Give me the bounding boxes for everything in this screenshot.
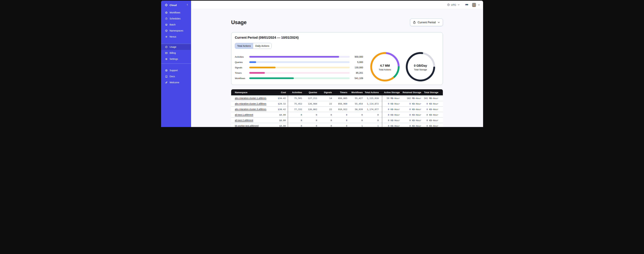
- total-actions-donut: 4.7 MM Total Actions: [370, 52, 400, 82]
- sidebar-item-docs[interactable]: Docs: [161, 74, 191, 80]
- sidebar-item-label: Billing: [170, 52, 176, 54]
- table-row: bk-worker-test.a98mm4 $0.00 0 0 0 0 1 1 …: [231, 123, 443, 127]
- total-storage-donut: 0 GB/Day Total Storage: [406, 52, 435, 82]
- sidebar-item-label: Batch: [170, 23, 176, 26]
- card-title: Current Period (09/01/2024 — 10/01/2024): [235, 36, 298, 40]
- batch-layers-icon: [165, 23, 168, 26]
- sidebar-item-label: Docs: [170, 75, 175, 78]
- sidebar-item-welcome[interactable]: Welcome: [161, 80, 191, 86]
- main-area: UTC: [191, 1, 483, 127]
- billing-card-icon: [165, 52, 168, 54]
- tab-daily-actions[interactable]: Daily Actions: [253, 43, 272, 48]
- brand-row: Cloud: [161, 1, 191, 10]
- avatar-image: [472, 3, 476, 7]
- orbit-logo-icon: [164, 3, 168, 7]
- namespace-usage-table: Namespace Cost Activities Queries Signal…: [231, 89, 443, 127]
- namespace-link[interactable]: abs-migration-cluster-3.a98mm4: [235, 108, 266, 111]
- table-row: a0-test-2.a98mm4 $0.00 0 0 0 0 0 0 0 KB-…: [231, 118, 443, 123]
- bar-row-queries: Queries 5,000: [235, 60, 363, 65]
- table-header: Namespace Cost Activities Queries Signal…: [231, 89, 443, 95]
- sidebar-item-billing[interactable]: Billing: [161, 50, 191, 56]
- sidebar-item-label: Workflows: [170, 11, 180, 14]
- signals-bar: [249, 67, 350, 68]
- nexus-asterisk-icon: [165, 35, 168, 38]
- page-title: Usage: [231, 20, 246, 26]
- chevron-down-icon[interactable]: [478, 4, 480, 6]
- chevron-left-icon[interactable]: [186, 3, 189, 7]
- sidebar-item-nexus[interactable]: Nexus: [161, 34, 191, 40]
- sidebar-item-label: Usage: [170, 46, 176, 48]
- timezone-selector[interactable]: UTC: [447, 3, 460, 6]
- schedules-clock-icon: [165, 17, 168, 20]
- sidebar-item-support[interactable]: Support: [161, 67, 191, 74]
- timezone-label: UTC: [451, 3, 456, 6]
- avatar[interactable]: [472, 3, 476, 7]
- settings-gear-icon: [165, 58, 168, 60]
- actions-tab-group: Total Actions Daily Actions: [235, 43, 272, 49]
- current-period-card: Current Period (09/01/2024 — 10/01/2024)…: [231, 32, 443, 85]
- bar-row-workflows: Workflows 541,109: [235, 76, 363, 81]
- chevron-down-icon: [437, 21, 440, 24]
- sidebar-item-label: Welcome: [170, 81, 179, 84]
- bar-row-signals: Signals 130,000: [235, 65, 363, 70]
- sidebar-item-batch[interactable]: Batch: [161, 22, 191, 28]
- page-content: Usage Current Period Current Period (09/…: [191, 9, 483, 127]
- bar-row-activities: Activities 900,000: [235, 54, 363, 60]
- sidebar-item-label: Support: [170, 69, 178, 72]
- namespace-link[interactable]: abs-migration-cluster-2.a98mm4: [235, 102, 266, 106]
- namespace-link[interactable]: a0-test-2.a98mm4: [235, 119, 253, 122]
- queries-bar: [249, 61, 350, 63]
- topbar: UTC: [191, 1, 483, 9]
- table-row: abs-migration-cluster-2.a98mm4 $29.32 75…: [231, 101, 443, 106]
- namespaces-cube-icon: [165, 29, 168, 32]
- period-selector-button[interactable]: Current Period: [410, 18, 443, 26]
- tab-total-actions[interactable]: Total Actions: [235, 43, 253, 48]
- clock-icon: [447, 3, 450, 6]
- app-window: Cloud Workflows Schedules Batch Namespac…: [161, 1, 483, 127]
- sidebar-item-label: Nexus: [170, 35, 176, 38]
- support-lifebuoy-icon: [165, 69, 168, 72]
- chevron-down-icon: [458, 4, 460, 6]
- sidebar-item-label: Schedules: [170, 17, 180, 20]
- 3d-glasses-icon[interactable]: [465, 3, 468, 6]
- sidebar-item-usage[interactable]: Usage: [161, 44, 191, 50]
- bar-row-timers: Timers 85,201: [235, 70, 363, 76]
- actions-bar-chart: Activities 900,000 Queries 5,000 Signals: [235, 54, 363, 81]
- usage-gauge-icon: [165, 46, 168, 48]
- sidebar: Cloud Workflows Schedules Batch Namespac…: [161, 1, 191, 127]
- sidebar-item-settings[interactable]: Settings: [161, 56, 191, 62]
- namespace-link[interactable]: abs-migration-cluster-1.a98mm4: [235, 97, 266, 100]
- workflows-icon: [165, 11, 168, 14]
- workflows-bar: [249, 78, 350, 79]
- period-selector-label: Current Period: [418, 21, 436, 24]
- table-row: abs-migration-cluster-3.a98mm4 $38.42 77…: [231, 106, 443, 112]
- sidebar-item-schedules[interactable]: Schedules: [161, 16, 191, 22]
- sidebar-item-namespaces[interactable]: Namespaces: [161, 28, 191, 34]
- sidebar-item-label: Namespaces: [170, 29, 184, 32]
- activities-bar: [249, 56, 350, 58]
- stopwatch-icon: [413, 21, 416, 24]
- table-row: abs-migration-cluster-1.a98mm4 $34.42 75…: [231, 95, 443, 101]
- namespace-link[interactable]: bk-worker-test.a98mm4: [235, 125, 259, 127]
- timers-bar: [249, 72, 350, 74]
- namespace-link[interactable]: a0-test-1.a98mm4: [235, 114, 253, 116]
- welcome-rocket-icon: [165, 81, 168, 84]
- brand-label: Cloud: [170, 4, 184, 6]
- docs-book-icon: [165, 75, 168, 78]
- sidebar-item-workflows[interactable]: Workflows: [161, 10, 191, 16]
- sidebar-item-label: Settings: [170, 58, 178, 60]
- table-row: a0-test-1.a98mm4 $0.00 0 0 0 0 0 0 0 KB-…: [231, 112, 443, 118]
